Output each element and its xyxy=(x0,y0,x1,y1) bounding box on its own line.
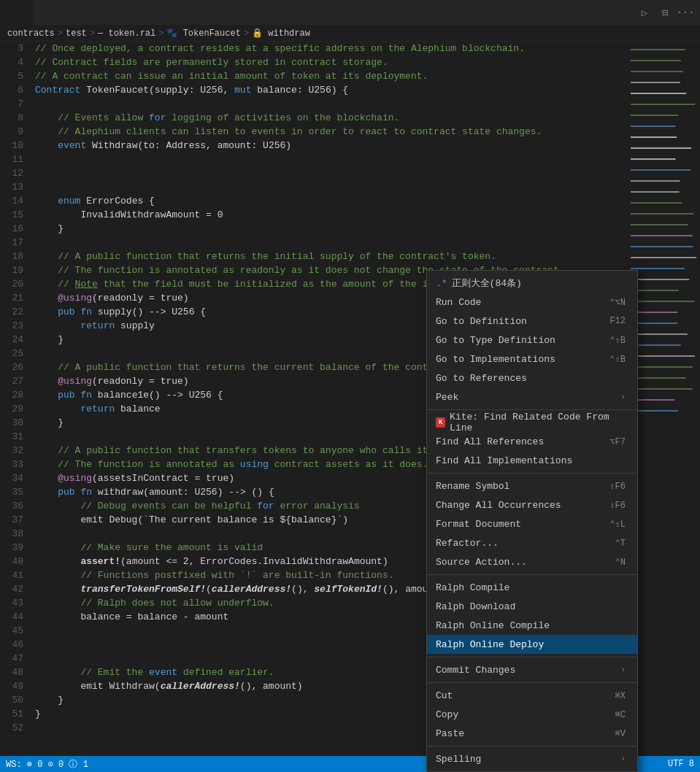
tab-actions: ▷ ⊟ ··· xyxy=(636,4,700,21)
code-line xyxy=(35,166,627,180)
line-number: 52 xyxy=(0,721,23,735)
menu-item-left: Run Code xyxy=(436,297,481,308)
menu-item-left: Ralph Compile xyxy=(436,582,509,593)
encoding-label[interactable]: UTF 8 xyxy=(668,759,694,769)
menu-item-shortcut: ⌘C xyxy=(615,709,626,720)
line-number: 31 xyxy=(0,430,23,444)
menu-header-label: 正则大全(84条) xyxy=(452,277,522,290)
run-button[interactable]: ▷ xyxy=(636,4,653,21)
line-number: 4 xyxy=(0,55,23,69)
menu-item-shortcut: ⌃⌥N xyxy=(609,297,626,308)
menu-item-copy[interactable]: Copy⌘C xyxy=(427,705,637,724)
menu-separator xyxy=(427,657,637,657)
tab-close-button[interactable] xyxy=(13,7,25,18)
breadcrumb-file[interactable]: — token.ral xyxy=(98,28,155,39)
menu-separator xyxy=(427,746,637,746)
tab-bar: ▷ ⊟ ··· xyxy=(0,0,700,26)
breadcrumb-contracts[interactable]: contracts xyxy=(7,28,55,39)
line-number: 21 xyxy=(0,291,23,305)
breadcrumb-withdraw[interactable]: 🔒 withdraw xyxy=(252,28,310,39)
code-line: } xyxy=(35,222,627,236)
menu-item-go-to-definition[interactable]: Go to DefinitionF12 xyxy=(427,312,637,331)
line-number: 40 xyxy=(0,555,23,568)
line-number: 7 xyxy=(0,97,23,111)
menu-item-left: Copy xyxy=(436,709,458,720)
menu-item-ralph-online-compile[interactable]: Ralph Online Compile xyxy=(427,616,637,635)
line-number: 13 xyxy=(0,180,23,194)
menu-item-go-to-references[interactable]: Go to References xyxy=(427,368,637,387)
menu-item-label: Peek xyxy=(436,392,458,403)
line-number: 25 xyxy=(0,347,23,360)
menu-item-ralph-download[interactable]: Ralph Download xyxy=(427,597,637,616)
menu-item-rename-symbol[interactable]: Rename Symbol⇧F6 xyxy=(427,476,637,495)
menu-item-kite-find-related-code-from-line[interactable]: KKite: Find Related Code From Line xyxy=(427,413,637,432)
menu-item-left: Find All Implementations xyxy=(436,455,572,466)
line-number: 41 xyxy=(0,568,23,582)
menu-item-label: Copy xyxy=(436,709,458,720)
menu-item-shortcut: ⌘V xyxy=(615,728,626,739)
menu-item-label: Rename Symbol xyxy=(436,481,509,492)
code-line xyxy=(35,153,627,166)
line-number: 36 xyxy=(0,499,23,513)
menu-item-ralph-online-deploy[interactable]: Ralph Online Deploy xyxy=(427,635,637,654)
menu-item-label: Change All Occurrences xyxy=(436,500,561,511)
menu-item-format-document[interactable]: Format Document⌃⇧L xyxy=(427,514,637,533)
status-right: UTF 8 xyxy=(668,759,694,769)
menu-item-spelling[interactable]: Spelling› xyxy=(427,749,637,768)
line-number: 14 xyxy=(0,194,23,208)
menu-item-left: KKite: Find Related Code From Line xyxy=(436,412,626,433)
menu-item-find-all-implementations[interactable]: Find All Implementations xyxy=(427,451,637,470)
status-left: WS: ⊗ 0 ⊙ 0 ⓘ 1 xyxy=(6,758,88,771)
editor-tab[interactable] xyxy=(0,0,34,26)
menu-item-paste[interactable]: Paste⌘V xyxy=(427,724,637,743)
menu-item-shortcut: ⌘X xyxy=(615,690,626,701)
menu-item-label: Format Document xyxy=(436,519,521,530)
menu-item-peek[interactable]: Peek› xyxy=(427,387,637,406)
menu-item-commit-changes[interactable]: Commit Changes› xyxy=(427,660,637,679)
line-number: 19 xyxy=(0,263,23,277)
menu-item-go-to-implementations[interactable]: Go to Implementations⌃⇧B xyxy=(427,350,637,368)
menu-item-shortcut: ⌃N xyxy=(615,557,626,568)
menu-item-ralph-compile[interactable]: Ralph Compile xyxy=(427,578,637,597)
line-number: 38 xyxy=(0,527,23,541)
context-menu: .*正则大全(84条)Run Code⌃⌥NGo to DefinitionF1… xyxy=(426,270,638,772)
line-number: 34 xyxy=(0,471,23,485)
breadcrumb-test[interactable]: test xyxy=(66,28,87,39)
menu-item-label: Kite: Find Related Code From Line xyxy=(450,412,626,433)
menu-item-go-to-type-definition[interactable]: Go to Type Definition⌃⇧B xyxy=(427,331,637,350)
code-line xyxy=(35,180,627,194)
menu-item-run-code[interactable]: Run Code⌃⌥N xyxy=(427,293,637,312)
line-number: 17 xyxy=(0,236,23,250)
line-number: 43 xyxy=(0,596,23,610)
menu-item-left: Refactor... xyxy=(436,538,499,549)
menu-item-source-action[interactable]: Source Action...⌃N xyxy=(427,552,637,571)
menu-item-label: Cut xyxy=(436,690,453,701)
menu-item-label: Paste xyxy=(436,728,464,739)
menu-item-label: Ralph Compile xyxy=(436,582,509,593)
menu-item-shortcut: ⇧F6 xyxy=(609,481,626,492)
menu-item-refactor[interactable]: Refactor...⌃T xyxy=(427,533,637,552)
menu-item-shortcut: ⌥F7 xyxy=(609,436,626,447)
code-line: // A public function that returns the in… xyxy=(35,250,627,263)
menu-item-change-all-occurrences[interactable]: Change All Occurrences⇧F6 xyxy=(427,495,637,514)
menu-item-shortcut: ⌃⇧B xyxy=(609,335,626,346)
minimap xyxy=(627,42,700,756)
menu-item-label: Ralph Online Deploy xyxy=(436,639,544,650)
line-number: 49 xyxy=(0,679,23,693)
menu-item-shortcut: ⇧F6 xyxy=(609,500,626,511)
line-number: 24 xyxy=(0,333,23,347)
line-number: 15 xyxy=(0,208,23,222)
menu-separator xyxy=(427,682,637,683)
menu-item-cut[interactable]: Cut⌘X xyxy=(427,686,637,705)
breadcrumb: contracts > test > — token.ral > 🐾 Token… xyxy=(0,26,700,42)
menu-item-label: Go to Implementations xyxy=(436,354,555,365)
menu-item-find-all-references[interactable]: Find All References⌥F7 xyxy=(427,432,637,451)
code-line: Contract TokenFaucet(supply: U256, mut b… xyxy=(35,83,627,97)
menu-item-left: Ralph Online Compile xyxy=(436,620,550,631)
split-editor-button[interactable]: ⊟ xyxy=(656,4,674,21)
regex-icon: .* xyxy=(436,278,447,289)
menu-item-left: Peek xyxy=(436,392,458,403)
more-actions-button[interactable]: ··· xyxy=(677,4,694,21)
breadcrumb-token-faucet[interactable]: 🐾 TokenFaucet xyxy=(166,28,240,39)
menu-item-left: Go to Implementations xyxy=(436,354,555,365)
